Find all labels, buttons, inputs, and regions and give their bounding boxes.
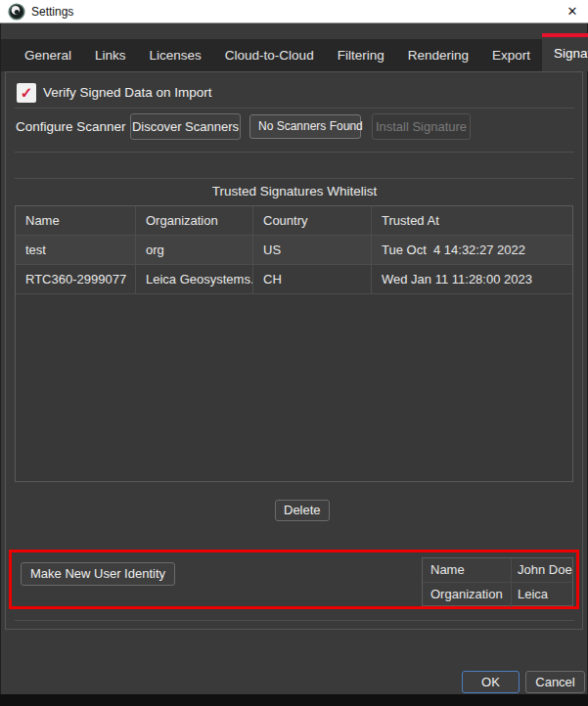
- verify-signed-data-checkbox[interactable]: ✓: [17, 83, 36, 103]
- cancel-button[interactable]: Cancel: [525, 671, 585, 693]
- cell-country: CH: [253, 265, 372, 293]
- chevron-down-icon: ▼: [345, 115, 354, 138]
- delete-button[interactable]: Delete: [275, 500, 330, 521]
- identity-organization-value[interactable]: Leica: [511, 583, 572, 607]
- identity-organization-label: Organization: [423, 583, 511, 607]
- tab-cloud-to-cloud[interactable]: Cloud-to-Cloud: [213, 39, 326, 71]
- checkmark-icon: ✓: [21, 84, 33, 101]
- close-icon[interactable]: ✕: [562, 0, 583, 22]
- table-row[interactable]: RTC360-2999077 Leica Geosystems... CH We…: [16, 265, 572, 294]
- identity-row: Name John Doe: [423, 558, 572, 583]
- tab-general[interactable]: General: [13, 39, 83, 71]
- scanner-dropdown[interactable]: No Scanners Found ▼: [249, 114, 361, 139]
- window-title: Settings: [31, 0, 73, 23]
- separator: [15, 152, 574, 153]
- desktop-strip: [0, 694, 588, 706]
- table-row[interactable]: test org US Tue Oct 4 14:32:27 2022: [16, 236, 572, 265]
- cell-trusted-at: Wed Jan 11 11:28:00 2023: [372, 265, 572, 293]
- whitelist-title: Trusted Signatures Whitelist: [15, 184, 574, 199]
- separator: [15, 108, 574, 109]
- cell-organization: Leica Geosystems...: [136, 265, 253, 293]
- verify-signed-data-label: Verify Signed Data on Import: [43, 83, 212, 103]
- install-signature-button[interactable]: Install Signature: [372, 113, 471, 140]
- discover-scanners-button[interactable]: Discover Scanners: [130, 113, 241, 140]
- tab-export[interactable]: Export: [480, 39, 542, 71]
- tab-licenses[interactable]: Licenses: [138, 39, 213, 71]
- separator: [15, 620, 574, 621]
- separator: [15, 178, 574, 179]
- cell-organization: org: [136, 236, 253, 264]
- column-header-name[interactable]: Name: [16, 206, 136, 235]
- cell-name: RTC360-2999077: [16, 265, 136, 293]
- identity-name-value[interactable]: John Doe: [511, 558, 572, 582]
- configure-scanner-label: Configure Scanner: [16, 113, 126, 140]
- identity-name-label: Name: [423, 558, 511, 582]
- tab-filtering[interactable]: Filtering: [326, 39, 396, 71]
- tab-bar: General Links Licenses Cloud-to-Cloud Fi…: [1, 39, 587, 71]
- app-icon: [8, 3, 25, 21]
- tab-rendering[interactable]: Rendering: [396, 39, 480, 71]
- table-header-row: Name Organization Country Trusted At: [16, 206, 572, 236]
- tab-signatures[interactable]: Signatures: [542, 33, 588, 71]
- cell-country: US: [253, 236, 372, 264]
- cell-trusted-at: Tue Oct 4 14:32:27 2022: [372, 236, 572, 264]
- trusted-signatures-table: Name Organization Country Trusted At tes…: [15, 205, 573, 482]
- column-header-organization[interactable]: Organization: [136, 206, 253, 235]
- user-identity-table: Name John Doe Organization Leica: [422, 557, 573, 606]
- cell-name: test: [16, 236, 136, 264]
- column-header-trusted-at[interactable]: Trusted At: [372, 206, 572, 235]
- column-header-country[interactable]: Country: [253, 206, 372, 235]
- title-bar: Settings ✕: [0, 0, 588, 23]
- ok-button[interactable]: OK: [462, 671, 520, 693]
- identity-row: Organization Leica: [423, 583, 572, 607]
- settings-dialog: Settings ✕ General Links Licenses Cloud-…: [0, 0, 588, 706]
- tab-links[interactable]: Links: [83, 39, 138, 71]
